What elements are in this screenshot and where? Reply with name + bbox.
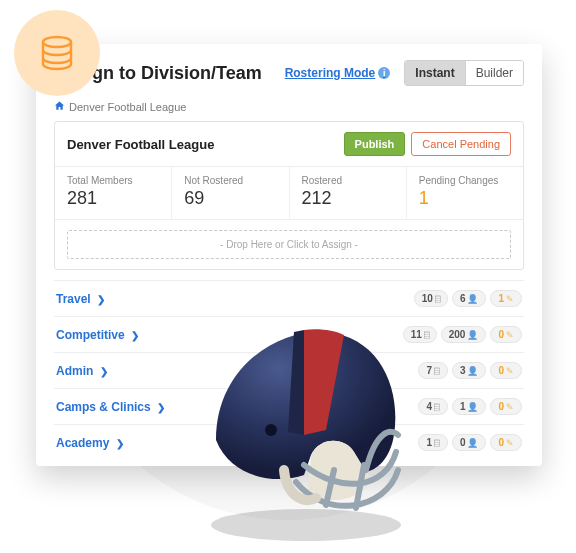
pill-players[interactable]: 0👤 [452, 434, 487, 451]
teams-icon: ⌸ [435, 294, 440, 304]
cancel-pending-button[interactable]: Cancel Pending [411, 132, 511, 156]
person-icon: 👤 [467, 438, 478, 448]
chevron-right-icon: ❯ [157, 402, 165, 413]
pill-pending[interactable]: 0✎ [490, 434, 522, 451]
dropzone[interactable]: - Drop Here or Click to Assign - [67, 230, 511, 259]
svg-point-2 [265, 424, 277, 436]
pencil-icon: ✎ [506, 402, 514, 412]
card-title: Denver Football League [67, 137, 344, 152]
breadcrumb: Denver Football League [36, 96, 542, 121]
person-icon: 👤 [467, 294, 478, 304]
mode-toggle: Instant Builder [404, 60, 524, 86]
info-icon[interactable]: i [378, 67, 390, 79]
person-icon: 👤 [467, 330, 478, 340]
pill-group: 10⌸6👤1✎ [414, 290, 522, 307]
chevron-right-icon: ❯ [100, 366, 108, 377]
pill-group: 4⌸1👤0✎ [418, 398, 522, 415]
pill-players[interactable]: 1👤 [452, 398, 487, 415]
pill-players[interactable]: 3👤 [452, 362, 487, 379]
toggle-builder[interactable]: Builder [465, 61, 523, 85]
stat-notr-label: Not Rostered [184, 175, 276, 186]
database-badge [14, 10, 100, 96]
pill-group: 1⌸0👤0✎ [418, 434, 522, 451]
stats-row: Total Members 281 Not Rostered 69 Roster… [55, 167, 523, 220]
rostering-mode-link[interactable]: Rostering Mode i [285, 66, 391, 80]
rostering-mode-label: Rostering Mode [285, 66, 376, 80]
pencil-icon: ✎ [506, 330, 514, 340]
teams-icon: ⌸ [434, 402, 439, 412]
stat-rost-label: Rostered [302, 175, 394, 186]
stat-pending-value: 1 [419, 188, 511, 209]
division-name[interactable]: Travel ❯ [56, 292, 414, 306]
stat-rostered: Rostered 212 [290, 167, 407, 219]
chevron-right-icon: ❯ [97, 294, 105, 305]
pill-teams[interactable]: 10⌸ [414, 290, 448, 307]
pencil-icon: ✎ [506, 294, 514, 304]
stat-total-value: 281 [67, 188, 159, 209]
pencil-icon: ✎ [506, 366, 514, 376]
teams-icon: ⌸ [434, 366, 439, 376]
panel-header: Assign to Division/Team Rostering Mode i… [36, 44, 542, 96]
org-card: Denver Football League Publish Cancel Pe… [54, 121, 524, 270]
breadcrumb-org[interactable]: Denver Football League [69, 101, 186, 113]
toggle-instant[interactable]: Instant [405, 61, 464, 85]
teams-icon: ⌸ [434, 438, 439, 448]
stat-not-rostered: Not Rostered 69 [172, 167, 289, 219]
person-icon: 👤 [467, 366, 478, 376]
stat-pending-label: Pending Changes [419, 175, 511, 186]
stat-pending: Pending Changes 1 [407, 167, 523, 219]
stat-total-label: Total Members [67, 175, 159, 186]
stat-total: Total Members 281 [55, 167, 172, 219]
database-icon [35, 31, 79, 75]
pill-pending[interactable]: 1✎ [490, 290, 522, 307]
pencil-icon: ✎ [506, 438, 514, 448]
pill-pending[interactable]: 0✎ [490, 326, 522, 343]
svg-point-0 [43, 37, 71, 47]
pill-players[interactable]: 6👤 [452, 290, 487, 307]
helmet-illustration [176, 310, 426, 545]
chevron-right-icon: ❯ [131, 330, 139, 341]
pill-pending[interactable]: 0✎ [490, 362, 522, 379]
person-icon: 👤 [467, 402, 478, 412]
chevron-right-icon: ❯ [116, 438, 124, 449]
publish-button[interactable]: Publish [344, 132, 406, 156]
stat-rost-value: 212 [302, 188, 394, 209]
stat-notr-value: 69 [184, 188, 276, 209]
pill-players[interactable]: 200👤 [441, 326, 487, 343]
svg-point-1 [211, 509, 401, 541]
pill-pending[interactable]: 0✎ [490, 398, 522, 415]
pill-group: 7⌸3👤0✎ [418, 362, 522, 379]
home-icon[interactable] [54, 100, 65, 113]
card-head: Denver Football League Publish Cancel Pe… [55, 122, 523, 167]
